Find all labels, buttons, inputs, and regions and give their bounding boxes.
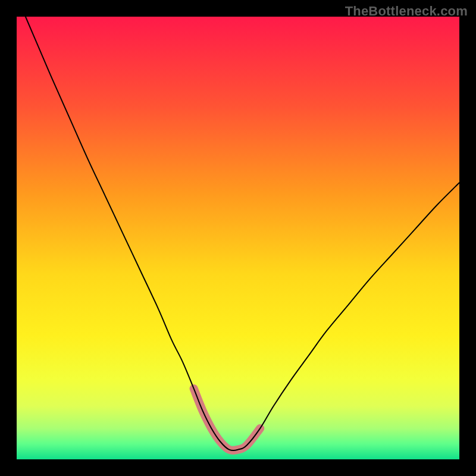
bottleneck-chart bbox=[0, 0, 476, 476]
plot-background bbox=[17, 17, 459, 459]
chart-stage: TheBottleneck.com bbox=[0, 0, 476, 476]
watermark-text: TheBottleneck.com bbox=[345, 4, 468, 19]
